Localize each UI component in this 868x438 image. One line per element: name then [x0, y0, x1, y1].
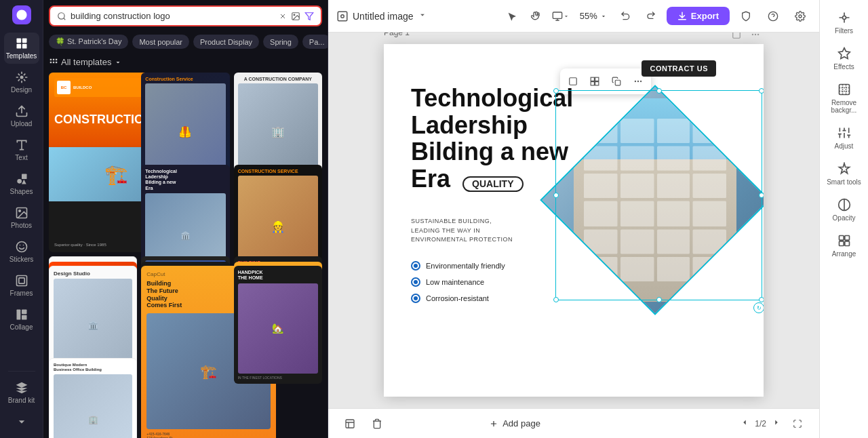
- pointer-tool-button[interactable]: [501, 5, 523, 27]
- svg-point-16: [294, 14, 295, 16]
- download-icon: [677, 12, 687, 21]
- prev-page-button[interactable]: [737, 415, 752, 432]
- svg-rect-25: [553, 12, 561, 18]
- svg-point-40: [640, 81, 642, 82]
- svg-point-39: [637, 81, 639, 82]
- resize-handle-br[interactable]: [759, 297, 764, 302]
- sidebar-item-upload[interactable]: Upload: [4, 100, 39, 132]
- right-tool-label: Opacity: [833, 214, 856, 222]
- help-button[interactable]: [762, 5, 784, 27]
- add-page-button[interactable]: Add page: [489, 418, 540, 429]
- sidebar-item-brand[interactable]: Brand kit: [4, 377, 39, 408]
- canvas-container[interactable]: Page 1: [328, 33, 819, 408]
- feature-text: Low maintenance: [426, 278, 484, 286]
- right-tool-arrange[interactable]: Arrange: [824, 228, 865, 263]
- right-tool-label: Effects: [833, 63, 854, 71]
- top-bar-center: 55%: [501, 5, 661, 27]
- right-tool-label: Filters: [835, 27, 853, 35]
- template-card[interactable]: Boutique ModernBusiness Office Building …: [49, 358, 137, 439]
- canvas-page[interactable]: CONTRACT US Technological Ladership Bild…: [384, 44, 764, 397]
- zoom-selector[interactable]: 55%: [574, 8, 612, 24]
- svg-rect-6: [22, 174, 27, 180]
- grid-icon: [15, 37, 28, 50]
- chevron-down-icon: [15, 415, 28, 429]
- right-tool-remove-bg[interactable]: Remove backgr...: [824, 77, 865, 119]
- top-bar-left: Untitled image: [336, 10, 496, 22]
- rotate-handle[interactable]: ↻: [753, 302, 764, 313]
- image-search-button[interactable]: [291, 12, 300, 21]
- filter-tab-label: Most popular: [139, 38, 182, 46]
- filter-tab-product-display[interactable]: Product Display: [193, 35, 259, 49]
- svg-rect-1: [22, 39, 26, 43]
- svg-rect-46: [844, 236, 849, 241]
- sidebar-item-stickers[interactable]: Stickers: [4, 236, 39, 267]
- filter-tab-most-popular[interactable]: Most popular: [132, 35, 189, 49]
- sidebar-item-shapes[interactable]: Shapes: [4, 168, 39, 199]
- hand-tool-button[interactable]: [526, 5, 547, 27]
- shield-button[interactable]: [735, 5, 757, 27]
- diamond-image[interactable]: [553, 98, 757, 302]
- contract-us-button[interactable]: CONTRACT US: [642, 60, 716, 77]
- sidebar-item-design[interactable]: Design: [4, 66, 39, 98]
- diamond-inner: [540, 85, 764, 315]
- svg-rect-33: [591, 77, 594, 81]
- page-thumb-button[interactable]: [339, 413, 361, 435]
- right-tool-label: Arrange: [832, 250, 856, 258]
- page-indicator: 1/2: [755, 419, 766, 429]
- filter-tab-more[interactable]: Pa...: [302, 35, 328, 49]
- next-page-button[interactable]: [769, 415, 784, 432]
- search-bar: [49, 5, 322, 26]
- sidebar-item-more[interactable]: [4, 411, 39, 433]
- search-input[interactable]: [71, 11, 275, 21]
- view-options-button[interactable]: [550, 5, 572, 27]
- settings-button[interactable]: [789, 5, 811, 27]
- right-tool-opacity[interactable]: Opacity: [824, 193, 865, 227]
- fullscreen-button[interactable]: [787, 413, 808, 435]
- filter-tab-spring[interactable]: Spring: [263, 35, 298, 49]
- sidebar-item-photos[interactable]: Photos: [4, 202, 39, 233]
- svg-rect-2: [16, 44, 21, 49]
- feature-dot: [411, 294, 420, 303]
- svg-point-38: [635, 81, 636, 82]
- upload-label: Upload: [11, 120, 33, 127]
- building-windows: [584, 119, 726, 281]
- template-card[interactable]: HANDPICKTHE HOME 🏡 IN THE FINEST LOCATIO…: [234, 266, 322, 384]
- right-tool-filters[interactable]: Filters: [824, 5, 865, 40]
- export-label: Export: [691, 11, 719, 21]
- delete-page-button[interactable]: [366, 413, 388, 435]
- plus-icon: [489, 419, 498, 429]
- document-title: Untitled image: [353, 11, 414, 22]
- top-bar-right: Export: [667, 5, 811, 27]
- sidebar-item-collage[interactable]: Collage: [4, 304, 39, 335]
- sidebar-item-templates[interactable]: Templates: [4, 33, 39, 64]
- right-tool-effects[interactable]: Effects: [824, 41, 865, 76]
- filter-tab-st-patricks-day[interactable]: 🍀 St. Patrick's Day: [49, 35, 128, 49]
- undo-button[interactable]: [615, 5, 637, 27]
- right-tool-adjust[interactable]: Adjust: [824, 121, 865, 155]
- shapes-label: Shapes: [10, 188, 33, 195]
- svg-rect-18: [53, 58, 54, 60]
- photos-icon: [15, 206, 28, 220]
- export-button[interactable]: Export: [667, 7, 730, 25]
- sidebar-item-text[interactable]: Text: [4, 134, 39, 165]
- page-more-icon[interactable]: [747, 33, 764, 43]
- frames-label: Frames: [10, 290, 33, 297]
- filter-button[interactable]: [304, 12, 314, 21]
- canvas-subtitle: SUSTAINABLE BUILDING,LEADING THE WAY INE…: [411, 217, 547, 245]
- templates-label: Templates: [6, 52, 37, 60]
- page-settings-icon[interactable]: [728, 33, 745, 43]
- all-templates-button[interactable]: All templates: [61, 57, 122, 67]
- search-clear-button[interactable]: [279, 12, 287, 20]
- right-tool-label: Remove backgr...: [827, 99, 862, 114]
- feature-text: Corrosion-resistant: [426, 294, 489, 302]
- document-menu-button[interactable]: [418, 10, 427, 22]
- right-tool-smart[interactable]: Smart tools: [824, 157, 865, 191]
- chevron-down-icon: [563, 13, 570, 20]
- redo-button[interactable]: [639, 5, 661, 27]
- svg-rect-3: [22, 44, 26, 49]
- svg-point-8: [18, 210, 20, 212]
- resize-handle-tr[interactable]: [759, 88, 764, 94]
- copy-button[interactable]: [606, 71, 627, 92]
- svg-rect-43: [839, 85, 849, 95]
- sidebar-item-frames[interactable]: Frames: [4, 270, 39, 301]
